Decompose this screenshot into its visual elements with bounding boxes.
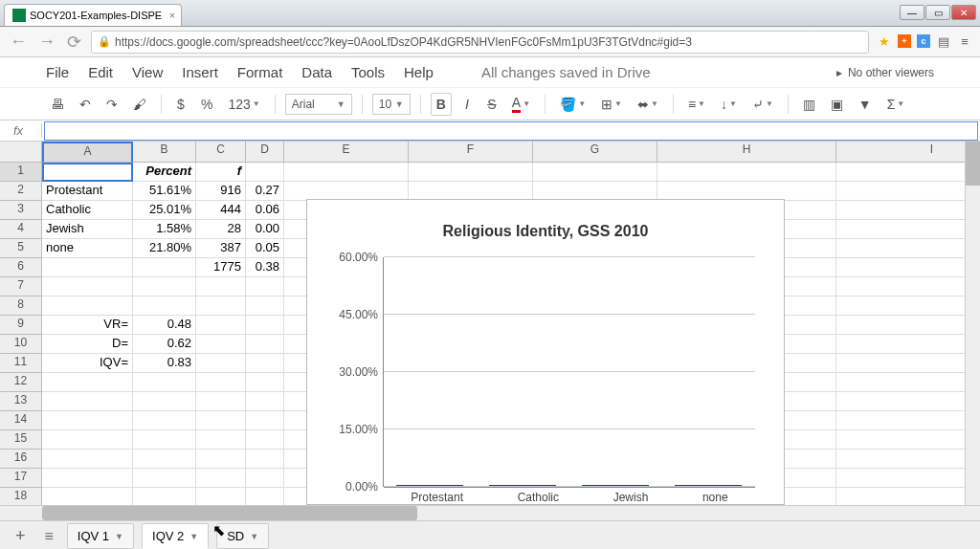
forward-button[interactable]: →: [36, 32, 57, 52]
cell[interactable]: [836, 163, 980, 182]
bold-button[interactable]: B: [431, 93, 452, 116]
horizontal-align-button[interactable]: ≡▼: [683, 94, 710, 115]
cell[interactable]: [42, 296, 133, 316]
sheet-tab-sd[interactable]: SD▼: [216, 523, 269, 549]
cell[interactable]: [657, 182, 836, 201]
row-header[interactable]: 7: [0, 277, 42, 296]
chrome-menu-icon[interactable]: ≡: [957, 34, 972, 50]
close-tab-icon[interactable]: ×: [169, 10, 175, 21]
cell[interactable]: [196, 316, 246, 335]
minimize-button[interactable]: —: [900, 5, 924, 20]
text-color-button[interactable]: A▼: [507, 92, 535, 116]
italic-button[interactable]: I: [457, 94, 477, 115]
cell[interactable]: IQV=: [42, 354, 133, 373]
font-family-select[interactable]: Arial▼: [285, 94, 352, 115]
cell[interactable]: 444: [196, 201, 246, 220]
cell[interactable]: 387: [196, 239, 246, 258]
cell[interactable]: [196, 277, 246, 296]
cell[interactable]: [246, 450, 284, 469]
more-formats-button[interactable]: 123▼: [223, 94, 264, 115]
menu-view[interactable]: View: [132, 64, 163, 80]
bookmark-icon[interactable]: ★: [877, 34, 892, 50]
cell[interactable]: [246, 392, 284, 411]
cell[interactable]: [196, 296, 246, 316]
column-header[interactable]: D: [246, 142, 284, 163]
row-header[interactable]: 12: [0, 373, 42, 392]
menu-file[interactable]: File: [46, 64, 69, 80]
cell[interactable]: [836, 411, 980, 430]
cell[interactable]: [836, 469, 980, 488]
cell[interactable]: [196, 469, 246, 488]
row-header[interactable]: 4: [0, 220, 42, 239]
cell[interactable]: [246, 373, 284, 392]
cell[interactable]: [42, 373, 133, 392]
cell[interactable]: [836, 239, 980, 258]
print-button[interactable]: 🖶: [46, 94, 69, 115]
extension-plus-icon[interactable]: +: [898, 34, 911, 48]
cell[interactable]: 0.06: [246, 201, 284, 220]
cell[interactable]: 0.48: [133, 316, 196, 335]
cell[interactable]: [657, 163, 836, 182]
cell[interactable]: [133, 277, 196, 296]
row-header[interactable]: 2: [0, 182, 42, 201]
cell[interactable]: 0.83: [133, 354, 196, 373]
cell[interactable]: 0.62: [133, 335, 196, 354]
column-header[interactable]: C: [196, 142, 246, 163]
cell[interactable]: [246, 296, 284, 316]
cell[interactable]: [836, 373, 980, 392]
undo-button[interactable]: ↶: [75, 94, 96, 115]
row-header[interactable]: 11: [0, 354, 42, 373]
filter-button[interactable]: ▼: [854, 94, 877, 115]
borders-button[interactable]: ⊞▼: [596, 94, 627, 115]
row-header[interactable]: 16: [0, 450, 42, 469]
menu-tools[interactable]: Tools: [351, 64, 385, 80]
cell[interactable]: [196, 354, 246, 373]
cell[interactable]: [196, 392, 246, 411]
row-header[interactable]: 17: [0, 469, 42, 488]
horizontal-scrollbar[interactable]: [0, 505, 980, 520]
cell[interactable]: [42, 450, 133, 469]
cell[interactable]: [409, 182, 533, 201]
cell[interactable]: [133, 411, 196, 430]
cell[interactable]: [42, 469, 133, 488]
column-header[interactable]: F: [409, 142, 533, 163]
cell[interactable]: [409, 163, 533, 182]
cell[interactable]: [836, 354, 980, 373]
cell[interactable]: [246, 354, 284, 373]
cell[interactable]: [196, 373, 246, 392]
cell[interactable]: [246, 488, 284, 505]
cell[interactable]: 0.05: [246, 239, 284, 258]
cell[interactable]: [246, 469, 284, 488]
cell[interactable]: [836, 296, 980, 316]
cell[interactable]: 1.58%: [133, 220, 196, 239]
column-header[interactable]: B: [133, 142, 196, 163]
cell[interactable]: [196, 488, 246, 505]
sheet-tab-iqv1[interactable]: IQV 1▼: [67, 523, 134, 549]
formula-input[interactable]: [44, 121, 978, 141]
cell[interactable]: [836, 182, 980, 201]
row-header[interactable]: 10: [0, 335, 42, 354]
cell[interactable]: Catholic: [42, 201, 133, 220]
cell[interactable]: [836, 430, 980, 450]
extension-sheet-icon[interactable]: ▤: [936, 34, 951, 50]
cell[interactable]: [133, 488, 196, 505]
cell[interactable]: [533, 182, 657, 201]
reload-button[interactable]: ⟳: [65, 32, 83, 53]
cell[interactable]: 1775: [196, 258, 246, 277]
cell[interactable]: [246, 430, 284, 450]
row-header[interactable]: 15: [0, 430, 42, 450]
add-sheet-button[interactable]: +: [10, 526, 32, 546]
format-percent-button[interactable]: %: [196, 94, 217, 115]
column-header[interactable]: H: [657, 142, 836, 163]
back-button[interactable]: ←: [8, 32, 29, 52]
cell[interactable]: [133, 430, 196, 450]
column-header[interactable]: G: [533, 142, 657, 163]
menu-help[interactable]: Help: [404, 64, 434, 80]
column-header[interactable]: A: [42, 142, 133, 163]
row-header[interactable]: 9: [0, 316, 42, 335]
cell[interactable]: [836, 335, 980, 354]
cell[interactable]: [284, 163, 409, 182]
maximize-button[interactable]: ▭: [925, 5, 950, 20]
cell[interactable]: [196, 335, 246, 354]
cell[interactable]: [836, 220, 980, 239]
